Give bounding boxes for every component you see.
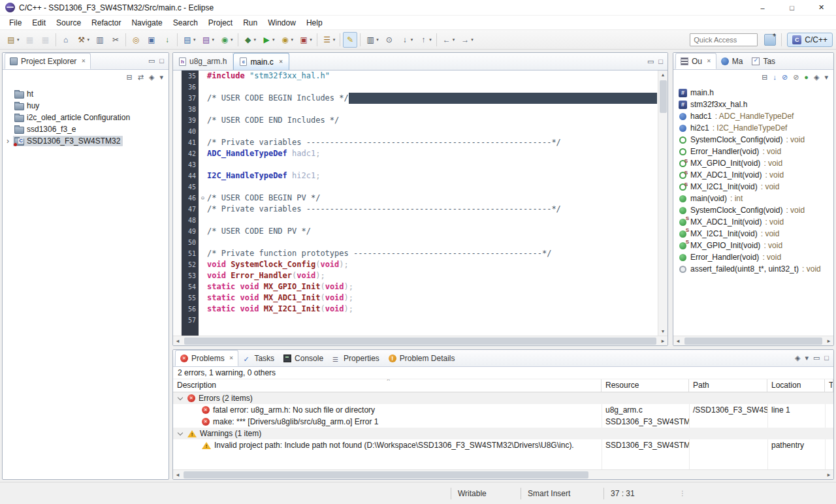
minimize-view-icon[interactable]: ▭ bbox=[148, 57, 155, 65]
target-button[interactable]: ◎ bbox=[129, 32, 143, 48]
code-text[interactable]: /* Private variables -------------------… bbox=[207, 204, 658, 215]
tab-tas[interactable]: Tas bbox=[747, 53, 780, 69]
code-text[interactable]: void SystemClock_Config(void); bbox=[207, 259, 658, 270]
editor-tab-main-c[interactable]: cmain.c✕ bbox=[233, 53, 289, 70]
collapse-caret-icon[interactable] bbox=[178, 394, 183, 400]
scrollbar-thumb[interactable] bbox=[184, 471, 588, 479]
column-header-resource[interactable]: Resource bbox=[602, 379, 689, 392]
scrollbar-thumb[interactable] bbox=[660, 80, 667, 113]
scroll-right-icon[interactable]: ▸ bbox=[824, 338, 833, 344]
minimize-icon[interactable]: ▭ bbox=[813, 354, 820, 362]
outline-item[interactable]: main(void) : int bbox=[673, 193, 833, 204]
hide-fields-icon[interactable]: ⊘ bbox=[782, 74, 788, 81]
outline-item[interactable]: SystemClock_Config(void) : void bbox=[673, 134, 833, 146]
column-header-description[interactable]: Description^ bbox=[173, 379, 602, 392]
filters-icon[interactable]: ◈ bbox=[149, 74, 154, 81]
outline-item[interactable]: MX_GPIO_Init(void) : void bbox=[673, 240, 833, 251]
code-text[interactable]: /* Private variables -------------------… bbox=[207, 137, 658, 148]
build-button[interactable]: ⚒▾ bbox=[74, 32, 92, 48]
perspective-c-cpp-button[interactable]: C C/C++ bbox=[787, 33, 833, 47]
sort-icon[interactable]: ↓ bbox=[773, 74, 777, 81]
view-menu-icon[interactable]: ▾ bbox=[805, 354, 809, 362]
collapse-all-icon[interactable]: ⊟ bbox=[762, 74, 767, 81]
tab-ma[interactable]: Ma bbox=[716, 53, 748, 69]
prev-annotation-button[interactable]: ↑▾ bbox=[416, 32, 434, 48]
close-icon[interactable]: ✕ bbox=[279, 59, 283, 65]
scrollbar-thumb[interactable] bbox=[184, 338, 656, 345]
minimize-button[interactable]: – bbox=[748, 0, 777, 16]
problem-row[interactable]: ✕fatal error: u8g_arm.h: No such file or… bbox=[173, 404, 833, 416]
scroll-right-icon[interactable]: ▸ bbox=[658, 338, 667, 344]
outline-item[interactable]: MX_GPIO_Init(void) : void bbox=[673, 157, 833, 169]
fold-marker-icon[interactable]: ⊖ bbox=[199, 193, 207, 204]
device-button[interactable]: ▣ bbox=[144, 32, 159, 48]
editor-horizontal-scrollbar[interactable]: ◂ ▸ bbox=[173, 336, 667, 345]
tab-console[interactable]: Console bbox=[279, 350, 328, 366]
outline-item[interactable]: assert_failed(uint8_t*, uint32_t) : void bbox=[673, 263, 833, 275]
menu-refactor[interactable]: Refactor bbox=[86, 17, 126, 29]
build-all-button[interactable]: ⌂ bbox=[59, 32, 73, 48]
close-icon[interactable]: ✕ bbox=[707, 58, 711, 64]
pin-console-button[interactable]: ⊙ bbox=[382, 32, 396, 48]
code-text[interactable] bbox=[207, 215, 658, 226]
view-menu-icon[interactable]: ▾ bbox=[159, 74, 163, 81]
new-class-button[interactable]: ◉▾ bbox=[217, 32, 235, 48]
menu-navigate[interactable]: Navigate bbox=[126, 17, 167, 29]
outline-item[interactable]: MX_ADC1_Init(void) : void bbox=[673, 216, 833, 228]
cut-button[interactable]: ✂ bbox=[108, 32, 123, 48]
make-button[interactable]: ▥ bbox=[93, 32, 107, 48]
new-button[interactable]: ▤▾ bbox=[4, 32, 22, 48]
scroll-left-icon[interactable]: ◂ bbox=[673, 338, 683, 344]
code-text[interactable]: #include "stm32f3xx_hal.h" bbox=[207, 71, 658, 82]
outline-item[interactable]: hi2c1 : I2C_HandleTypeDef bbox=[673, 122, 833, 134]
menu-file[interactable]: File bbox=[4, 17, 27, 29]
code-text[interactable]: /* USER CODE BEGIN PV */ bbox=[207, 193, 658, 204]
coverage-button[interactable]: ▣▾ bbox=[297, 32, 314, 48]
editor-tab-u8g_arm-h[interactable]: hu8g_arm.h bbox=[173, 53, 233, 70]
new-cpp-file-button[interactable]: ▤▾ bbox=[199, 32, 217, 48]
menu-edit[interactable]: Edit bbox=[27, 17, 51, 29]
annotation-ruler[interactable] bbox=[173, 71, 182, 336]
column-header-t[interactable]: T bbox=[825, 379, 833, 392]
close-icon[interactable]: ✕ bbox=[229, 355, 234, 361]
project-item-content[interactable]: ht bbox=[13, 89, 36, 99]
scroll-up-icon[interactable]: ▲ bbox=[658, 71, 667, 79]
code-text[interactable]: /* USER CODE BEGIN Includes */ bbox=[207, 93, 658, 104]
project-item[interactable]: ssd1306_f3_e bbox=[3, 123, 169, 135]
problem-row[interactable]: ✕make: *** [Drivers/u8glib/src/u8g_arm.o… bbox=[173, 416, 833, 428]
project-item[interactable]: huy bbox=[3, 100, 169, 112]
project-item-content[interactable]: SSD1306_F3_SW4STM32 bbox=[13, 136, 123, 146]
code-text[interactable]: /* Private function prototypes ---------… bbox=[207, 248, 658, 259]
outline-item[interactable]: main.h bbox=[673, 87, 833, 99]
tab-project-explorer[interactable]: Project Explorer ✕ bbox=[5, 53, 91, 69]
code-area[interactable]: 35#include "stm32f3xx_hal.h"3637/* USER … bbox=[182, 71, 658, 336]
quick-access-input[interactable] bbox=[690, 33, 758, 46]
scroll-down-icon[interactable]: ▼ bbox=[658, 327, 667, 336]
link-with-editor-icon[interactable]: ⇄ bbox=[138, 74, 144, 81]
column-header-location[interactable]: Location bbox=[767, 379, 825, 392]
outline-horizontal-scrollbar[interactable]: ◂ ▸ bbox=[673, 336, 833, 345]
code-text[interactable]: I2C_HandleTypeDef hi2c1; bbox=[207, 170, 658, 181]
code-text[interactable] bbox=[207, 181, 658, 193]
outline-item[interactable]: MX_ADC1_Init(void) : void bbox=[673, 169, 833, 181]
hide-static-icon[interactable]: ⊘ bbox=[793, 74, 799, 81]
project-item[interactable]: i2c_oled_article Configuration bbox=[3, 112, 169, 123]
save-button[interactable]: ▦ bbox=[23, 32, 37, 48]
debug-button[interactable]: ◆▾ bbox=[241, 32, 259, 48]
code-text[interactable]: ADC_HandleTypeDef hadc1; bbox=[207, 148, 658, 159]
code-text[interactable]: static void MX_ADC1_Init(void); bbox=[207, 292, 658, 304]
code-text[interactable] bbox=[207, 159, 658, 170]
outline-item[interactable]: SystemClock_Config(void) : void bbox=[673, 204, 833, 216]
mark-occurrences-button[interactable]: ✎ bbox=[343, 32, 357, 48]
code-text[interactable]: static void MX_GPIO_Init(void); bbox=[207, 281, 658, 292]
code-text[interactable] bbox=[207, 126, 658, 137]
program-button[interactable]: ↓ bbox=[160, 32, 174, 48]
tab-problem-details[interactable]: Problem Details bbox=[384, 350, 460, 366]
tab-ou[interactable]: Ou✕ bbox=[675, 53, 716, 69]
project-item[interactable]: ht bbox=[3, 88, 169, 100]
code-text[interactable]: void Error_Handler(void); bbox=[207, 270, 658, 281]
problem-group-row[interactable]: ✕Errors (2 items) bbox=[173, 392, 833, 404]
new-c-file-button[interactable]: ▤▾ bbox=[180, 32, 198, 48]
maximize-icon[interactable]: □ bbox=[824, 354, 829, 362]
save-all-button[interactable]: ▦ bbox=[39, 32, 53, 48]
